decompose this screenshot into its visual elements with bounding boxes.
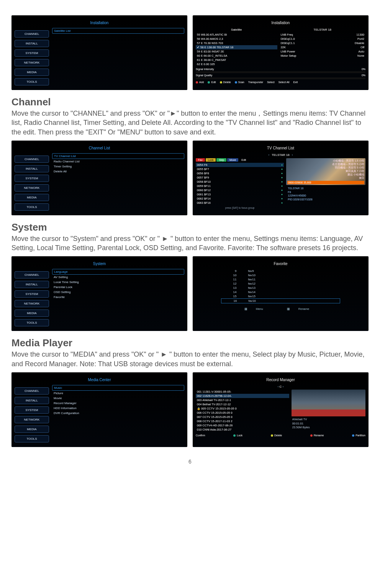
- chip-lock[interactable]: Lock: [206, 158, 216, 162]
- sidebar-item-network[interactable]: NETWORK: [15, 416, 49, 423]
- chip-edit[interactable]: Edit: [239, 158, 248, 162]
- favorite-row[interactable]: 13fav13: [221, 286, 340, 290]
- heading-media: Media Player: [11, 337, 369, 349]
- sidebar-item-install[interactable]: INSTALL: [15, 165, 49, 172]
- channel-row[interactable]: 0054 F6●: [196, 163, 284, 167]
- param-row[interactable]: LNB PowerAuto: [280, 49, 365, 54]
- satellite-row[interactable]: 55 W8.00 ATLANTIC BI: [196, 33, 277, 37]
- menu-item[interactable]: Local Time Setting: [52, 280, 184, 285]
- menu-item[interactable]: OSD Setting: [52, 290, 184, 295]
- sidebar-item-system[interactable]: SYSTEM: [15, 49, 49, 57]
- menu-item[interactable]: Delete All: [52, 169, 184, 174]
- chip-move[interactable]: Move: [227, 158, 238, 162]
- favorite-row[interactable]: 11fav11: [221, 277, 340, 282]
- sidebar-item-tools[interactable]: TOOLS: [15, 203, 49, 211]
- menu-item[interactable]: Record Manager: [52, 401, 184, 406]
- record-row[interactable]: 002 11628-H-28798-12-04-: [196, 394, 289, 398]
- screen-title: Media Center: [15, 378, 184, 382]
- menu-item[interactable]: TV Channel List: [52, 153, 184, 159]
- favorite-row[interactable]: 9fav9: [221, 269, 340, 273]
- menu-item[interactable]: Radio Channel List: [52, 159, 184, 164]
- menu-item-satellite-list[interactable]: Satellite List: [52, 28, 184, 34]
- satellite-row[interactable]: 60 E 66.00 C_INTELSA: [196, 54, 277, 58]
- record-row[interactable]: 003 Ahlebait TV-2017-12-1: [196, 398, 289, 402]
- legend-lock: Lock: [233, 434, 242, 437]
- menu-item[interactable]: Movie: [52, 396, 184, 401]
- channel-row[interactable]: 0058 $F10●: [196, 180, 284, 184]
- record-row[interactable]: 007 CCTV 15-2015-05-05 0: [196, 415, 289, 419]
- param-row[interactable]: LNB Freq11300: [280, 33, 365, 37]
- sidebar-item-media[interactable]: MEDIA: [15, 194, 49, 201]
- menu-item[interactable]: Timer Setting: [52, 164, 184, 169]
- menu-item[interactable]: Favorite: [52, 295, 184, 300]
- channel-row[interactable]: 0056 $F8●: [196, 171, 284, 175]
- sidebar-item-install[interactable]: INSTALL: [15, 281, 49, 288]
- sidebar-item-network[interactable]: NETWORK: [15, 184, 49, 192]
- sidebar-item-system[interactable]: SYSTEM: [15, 175, 49, 182]
- channel-preview: 小松機場↔黑部市 1.5 小時名古屋機場↔黑部市 5 小時羽田機場↔黑部市 5 …: [286, 158, 365, 185]
- sidebar-item-tools[interactable]: TOOLS: [15, 319, 49, 326]
- record-row[interactable]: 🔒 005 CCTV 15-2015-05-05 0: [196, 406, 289, 411]
- record-row[interactable]: 008 CCTV 15-2017-11-03 2: [196, 419, 289, 423]
- channel-row[interactable]: 0061 $F13●: [196, 192, 284, 197]
- param-row[interactable]: DiSEqC1.0Port2: [280, 37, 365, 41]
- sidebar-item-tools[interactable]: TOOLS: [15, 78, 49, 85]
- sidebar-item-media[interactable]: MEDIA: [15, 426, 49, 433]
- sidebar-item-media[interactable]: MEDIA: [15, 69, 49, 76]
- sidebar-item-channel[interactable]: CHANNEL: [15, 156, 49, 163]
- satellite-row[interactable]: ✔ 58 E 138.00 TELSTAR 18: [196, 45, 277, 49]
- record-row[interactable]: 009 CCTV4-HD-2017-06-26: [196, 423, 289, 427]
- sidebar-item-install[interactable]: INSTALL: [15, 397, 49, 404]
- menu-item[interactable]: Parental Lock: [52, 285, 184, 290]
- sidebar-item-install[interactable]: INSTALL: [15, 40, 49, 47]
- sidebar-item-channel[interactable]: CHANNEL: [15, 30, 49, 38]
- record-row[interactable]: 001 11301-V-30001-05-05-: [196, 390, 289, 394]
- screenshot-favorite-list: Favorite 9fav910fav1011fav1112fav1213fav…: [193, 256, 369, 331]
- record-row[interactable]: 010 CNNI Asia-2017-06-27: [196, 427, 289, 432]
- favorite-row[interactable]: 10fav10: [221, 273, 340, 277]
- legend-menu: ▦ Menu: [244, 307, 271, 311]
- menu-item[interactable]: Language: [52, 269, 184, 275]
- satellite-row[interactable]: 57 E 70.30 NSS 703: [196, 41, 277, 45]
- sidebar-item-channel[interactable]: CHANNEL: [15, 271, 49, 278]
- favorite-row[interactable]: 16fav16: [221, 298, 340, 303]
- favorite-row[interactable]: 15fav15: [221, 294, 340, 298]
- channel-row[interactable]: 0059 $F11●: [196, 184, 284, 188]
- favorite-row[interactable]: 12fav12: [221, 282, 340, 286]
- channel-row[interactable]: 0062 $F14●: [196, 197, 284, 201]
- record-row[interactable]: 004 Bethat TV-2017-12-12: [196, 402, 289, 406]
- channel-row[interactable]: 0060 $F12●: [196, 188, 284, 192]
- menu-item[interactable]: Music: [52, 385, 184, 391]
- chip-fav[interactable]: Fav: [196, 158, 205, 162]
- menu-item[interactable]: AV Setting: [52, 275, 184, 280]
- menu-item[interactable]: HDD Information: [52, 406, 184, 411]
- channel-row[interactable]: 0057 $F9●: [196, 175, 284, 180]
- body-channel: Move the cursor to "CHANNEL" and press "…: [11, 109, 369, 137]
- param-row[interactable]: DiSEqC1.1Disable: [280, 41, 365, 45]
- record-info-line: 00:01:01: [292, 422, 365, 426]
- sidebar-item-channel[interactable]: CHANNEL: [15, 387, 49, 395]
- favorite-row[interactable]: 14fav14: [221, 290, 340, 294]
- chip-skip[interactable]: Skip: [216, 158, 226, 162]
- sidebar-item-system[interactable]: SYSTEM: [15, 406, 49, 414]
- sidebar-item-system[interactable]: SYSTEM: [15, 290, 49, 298]
- screenshot-installation-satellite: Installation Satellite 55 W8.00 ATLANTIC…: [193, 15, 369, 90]
- channel-row[interactable]: 0063 $F16●: [196, 201, 284, 205]
- satellite-row[interactable]: 56 W4.00 AMOS 2,3: [196, 37, 277, 41]
- screenshot-channel-list-menu: Channel List CHANNELINSTALLSYSTEMNETWORK…: [11, 141, 187, 215]
- sidebar-item-tools[interactable]: TOOLS: [15, 435, 49, 442]
- satellite-row[interactable]: 62 E 0.00 105: [196, 62, 277, 66]
- satellite-row[interactable]: 59 E 83.00 INSAT 2E: [196, 49, 277, 54]
- param-row[interactable]: 22KOff: [280, 45, 365, 49]
- sidebar-item-network[interactable]: NETWORK: [15, 300, 49, 307]
- menu-item[interactable]: DVR Configuration: [52, 411, 184, 416]
- channel-row[interactable]: 0055 $F7●: [196, 167, 284, 171]
- drive-label: C: [280, 385, 282, 388]
- sidebar-item-media[interactable]: MEDIA: [15, 310, 49, 317]
- menu-item[interactable]: Picture: [52, 391, 184, 396]
- sidebar-item-network[interactable]: NETWORK: [15, 59, 49, 66]
- satellite-row[interactable]: 61 E 38.00 C_PAKSAT: [196, 58, 277, 62]
- body-media: Move the cursor to "MEDIA" and press "OK…: [11, 350, 369, 369]
- record-row[interactable]: 006 CCTV 15-2015-05-05 0: [196, 411, 289, 415]
- param-row[interactable]: Motor SetupNone: [280, 54, 365, 58]
